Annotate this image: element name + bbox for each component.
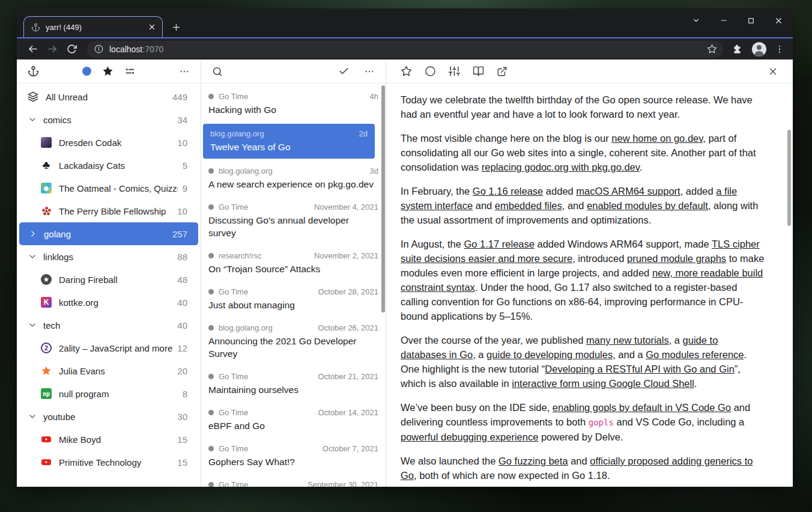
new-tab-button[interactable] <box>171 22 181 32</box>
sidebar-item-lackadaisy-cats[interactable]: ♣Lackadaisy Cats5 <box>17 154 201 177</box>
article-source: Go Time <box>219 444 248 453</box>
tab-search-chevron-icon[interactable] <box>688 14 704 27</box>
mark-all-read-icon[interactable] <box>338 66 350 77</box>
reader-scrollbar[interactable] <box>787 130 791 226</box>
youtube-favicon <box>41 457 52 468</box>
search-icon[interactable] <box>212 66 223 77</box>
sidebar-folder-tech[interactable]: tech40 <box>17 314 201 337</box>
sidebar-item-julia-evans[interactable]: Julia Evans20 <box>17 359 201 382</box>
content-link[interactable]: Developing a RESTful API with Go and Gin <box>545 364 735 374</box>
article-list-item[interactable]: blog.golang.org2dTwelve Years of Go <box>203 124 375 159</box>
articles-more-menu-icon[interactable] <box>364 66 375 77</box>
content-link[interactable]: Go fuzzing beta <box>498 456 568 466</box>
forward-button[interactable] <box>45 41 60 56</box>
content-link[interactable]: enabling gopls by default in VS Code Go <box>553 402 731 413</box>
content-link[interactable]: pruned module graphs <box>627 253 726 264</box>
display-settings-sliders-icon[interactable] <box>449 66 460 77</box>
content-text: The most visible change here on the blog… <box>401 133 611 144</box>
inline-code: gopls <box>589 418 614 427</box>
feeds-more-menu-icon[interactable] <box>179 66 190 77</box>
open-external-link-icon[interactable] <box>497 66 507 77</box>
window-maximize-button[interactable] <box>744 14 759 27</box>
sidebar-folder-comics[interactable]: comics34 <box>17 108 201 131</box>
sidebar-item-null-program[interactable]: npnull program8 <box>17 382 201 405</box>
content-link[interactable]: replacing godoc.org with pkg.go.dev <box>482 162 640 172</box>
sidebar-folder-linklogs[interactable]: linklogs88 <box>17 245 201 268</box>
site-info-icon[interactable] <box>94 44 103 53</box>
chevron-down-icon[interactable] <box>28 412 37 421</box>
content-link[interactable]: interactive form using Google Cloud Shel… <box>512 378 694 389</box>
window-minimize-button[interactable] <box>716 14 732 27</box>
sidebar-item-2ality-javascript-and-more[interactable]: 22ality – JavaScript and more12 <box>17 337 201 359</box>
chevron-down-icon[interactable] <box>28 252 37 261</box>
sidebar-folder-golang[interactable]: golang257 <box>19 222 198 245</box>
sidebar-item-kottke-org[interactable]: Kkottke.org40 <box>17 291 201 314</box>
content-link[interactable]: Go 1.17 release <box>464 239 535 249</box>
content-link[interactable]: embedded files <box>495 200 562 211</box>
window-close-button[interactable] <box>771 14 787 28</box>
article-list: Go Time4hHacking with Goblog.golang.org2… <box>201 84 386 487</box>
mark-unread-circle-icon[interactable] <box>425 66 436 77</box>
content-link[interactable]: powerful debugging experience <box>401 431 538 442</box>
content-paragraph: Over the course of the year, we publishe… <box>401 333 765 391</box>
anchor-favicon <box>31 23 40 32</box>
unread-dot <box>208 482 214 487</box>
sidebar-item-all-unread[interactable]: All Unread449 <box>17 85 201 108</box>
tab-close-icon[interactable] <box>147 22 157 32</box>
article-source: Go Time <box>219 480 248 487</box>
extensions-puzzle-icon[interactable] <box>730 43 744 56</box>
unread-count: 12 <box>172 343 187 353</box>
article-list-item[interactable]: research!rscNovember 2, 2021On “Trojan S… <box>201 245 386 281</box>
yarr-anchor-logo-icon[interactable] <box>28 66 39 77</box>
sidebar-item-mike-boyd[interactable]: Mike Boyd15 <box>17 428 201 451</box>
sidebar-item-primitive-technology[interactable]: Primitive Technology15 <box>17 451 201 474</box>
sidebar-item-the-oatmeal-comics-quizze[interactable]: The Oatmeal - Comics, Quizze…9 <box>17 177 201 200</box>
content-link[interactable]: enabled modules by default <box>587 200 708 211</box>
browser-menu-kebab-icon[interactable] <box>774 43 786 55</box>
chevron-down-icon[interactable] <box>28 320 37 330</box>
star-article-icon[interactable] <box>401 66 412 77</box>
article-list-item[interactable]: Go TimeOctober 21, 2021Maintaining ourse… <box>201 366 386 402</box>
reload-button[interactable] <box>65 42 79 56</box>
back-button[interactable] <box>25 41 40 56</box>
bookmark-star-icon[interactable] <box>707 44 717 54</box>
article-list-item[interactable]: Go TimeOctober 14, 2021eBPF and Go <box>201 402 386 438</box>
content-link[interactable]: new home on go.dev <box>611 133 703 144</box>
browser-toolbar: localhost:7070 <box>17 38 793 59</box>
browser-tab[interactable]: yarr! (449) <box>23 16 163 37</box>
content-link[interactable]: Go 1.16 release <box>473 186 543 197</box>
feed-filter-list-icon[interactable] <box>124 66 136 77</box>
article-list-item[interactable]: blog.golang.org3dA new search experience… <box>201 160 386 197</box>
articles-panel-header <box>201 59 386 84</box>
reader-view-book-icon[interactable] <box>473 66 484 77</box>
sidebar-folder-youtube[interactable]: youtube30 <box>17 405 201 428</box>
article-title: eBPF and Go <box>208 419 378 432</box>
unread-count: 10 <box>172 138 187 148</box>
url-bar[interactable]: localhost:7070 <box>87 41 723 58</box>
sidebar-item-daring-fireball[interactable]: Daring Fireball48 <box>17 268 201 291</box>
article-list-item[interactable]: blog.golang.orgOctober 26, 2021Announcin… <box>201 317 386 366</box>
content-paragraph: In August, the Go 1.17 release added Win… <box>401 237 765 323</box>
reader-panel: Today we celebrate the twelfth birthday … <box>386 59 793 487</box>
sidebar-item-the-perry-bible-fellowship[interactable]: The Perry Bible Fellowship10 <box>17 200 201 222</box>
filter-starred-icon[interactable] <box>102 66 114 77</box>
article-list-scrollbar[interactable] <box>381 85 385 312</box>
article-list-item[interactable]: Go TimeSeptember 30, 2021Go on hardware:… <box>201 474 386 487</box>
article-list-item[interactable]: Go TimeOctober 7, 2021Gophers Say What!? <box>201 438 386 474</box>
article-list-item[interactable]: Go Time4hHacking with Go <box>201 86 386 122</box>
sidebar-item-dresden-codak[interactable]: Dresden Codak10 <box>17 131 201 154</box>
filter-unread-icon[interactable] <box>82 67 91 76</box>
chevron-down-icon[interactable] <box>28 115 37 124</box>
article-time: 4h <box>364 92 378 101</box>
article-list-item[interactable]: Go TimeNovember 4, 2021Discussing Go's a… <box>201 197 386 245</box>
content-link[interactable]: guide to developing modules <box>486 349 613 360</box>
article-source: Go Time <box>219 203 248 212</box>
chevron-right-icon[interactable] <box>28 229 38 239</box>
content-text: added <box>543 186 576 197</box>
content-link[interactable]: macOS ARM64 support <box>576 186 680 197</box>
content-link[interactable]: Go modules reference <box>646 349 744 360</box>
profile-avatar[interactable] <box>752 42 766 56</box>
article-list-item[interactable]: Go TimeOctober 28, 2021Just about managi… <box>201 281 386 317</box>
close-article-icon[interactable] <box>768 66 778 77</box>
content-link[interactable]: many new tutorials <box>586 335 669 346</box>
